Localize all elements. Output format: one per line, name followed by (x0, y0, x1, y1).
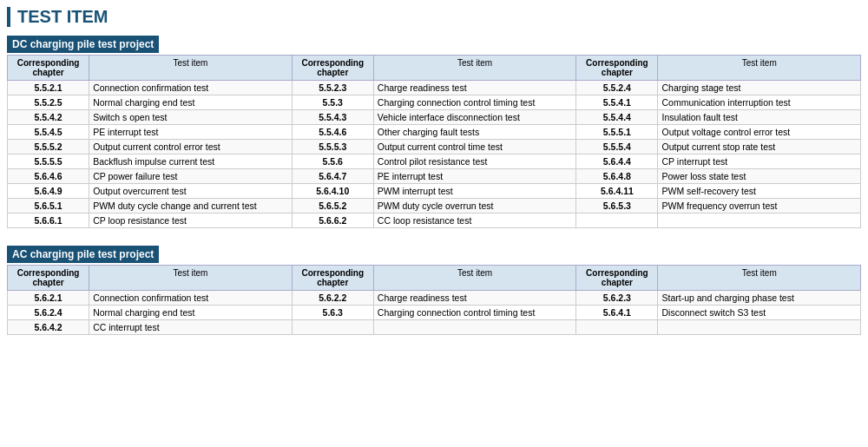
chapter-cell: 5.5.4.4 (576, 110, 658, 125)
table-row: 5.6.4.6CP power failure test5.6.4.7PE in… (8, 169, 861, 184)
chapter-cell (576, 320, 658, 335)
item-cell: PE interrupt test (89, 125, 292, 140)
item-cell: Normal charging end test (89, 95, 292, 110)
chapter-cell: 5.5.6 (292, 154, 373, 169)
item-cell: Control pilot resistance test (373, 154, 575, 169)
table-row: 5.6.2.4Normal charging end test5.6.3Char… (8, 306, 861, 320)
item-cell: Switch s open test (89, 110, 292, 125)
chapter-cell: 5.6.6.1 (8, 214, 89, 228)
table-row: 5.6.2.1Connection confirmation test5.6.2… (8, 291, 861, 306)
chapter-cell: 5.6.4.11 (576, 184, 658, 199)
table-row: 5.5.4.2Switch s open test5.5.4.3Vehicle … (8, 110, 861, 125)
item-cell: Connection confirmation test (89, 81, 292, 95)
item-cell: Backflush impulse current test (89, 154, 292, 169)
item-cell: Charge readiness test (373, 81, 575, 95)
table-row: 5.5.4.5PE interrupt test5.5.4.6Other cha… (8, 125, 861, 140)
item-cell: Start-up and charging phase test (658, 291, 861, 306)
chapter-cell: 5.6.4.2 (8, 320, 89, 335)
chapter-cell: 5.5.5.1 (576, 125, 658, 140)
item-cell: Output voltage control error test (658, 125, 861, 140)
chapter-cell: 5.6.3 (292, 306, 373, 320)
chapter-cell: 5.6.2.1 (8, 291, 89, 306)
item-cell: Output current control error test (89, 140, 292, 154)
item-cell: PE interrupt test (373, 169, 575, 184)
table-row: 5.5.5.2Output current control error test… (8, 140, 861, 154)
chapter-cell: 5.6.4.10 (292, 184, 373, 199)
ac-section-header: AC charging pile test project (7, 246, 159, 263)
chapter-cell: 5.6.4.1 (576, 306, 658, 320)
chapter-cell: 5.5.4.6 (292, 125, 373, 140)
item-cell: Vehicle interface disconnection test (373, 110, 575, 125)
chapter-cell (292, 320, 373, 335)
ac-table: Correspondingchapter Test item Correspon… (7, 265, 861, 335)
chapter-cell: 5.5.4.3 (292, 110, 373, 125)
item-cell: CC interrupt test (89, 320, 292, 335)
item-cell (373, 320, 575, 335)
item-cell: Charge readiness test (373, 291, 575, 306)
dc-header-ch2: Correspondingchapter (292, 56, 373, 81)
table-row: 5.6.4.2CC interrupt test (8, 320, 861, 335)
item-cell: PWM frequency overrun test (658, 199, 861, 214)
item-cell: PWM self-recovery test (658, 184, 861, 199)
item-cell: CP loop resistance test (89, 214, 292, 228)
ac-section: AC charging pile test project Correspond… (7, 246, 861, 335)
item-cell: Power loss state test (658, 169, 861, 184)
dc-header-item2: Test item (373, 56, 575, 81)
dc-header-ch3: Correspondingchapter (576, 56, 658, 81)
chapter-cell: 5.6.5.2 (292, 199, 373, 214)
table-row: 5.5.2.1Connection confirmation test5.5.2… (8, 81, 861, 95)
table-row: 5.6.6.1CP loop resistance test5.6.6.2CC … (8, 214, 861, 228)
item-cell: Charging connection control timing test (373, 306, 575, 320)
chapter-cell: 5.5.3 (292, 95, 373, 110)
item-cell: Output current stop rate test (658, 140, 861, 154)
item-cell: Normal charging end test (89, 306, 292, 320)
item-cell: CC loop resistance test (373, 214, 575, 228)
dc-section: DC charging pile test project Correspond… (7, 36, 861, 228)
chapter-cell: 5.6.4.7 (292, 169, 373, 184)
chapter-cell: 5.5.2.4 (576, 81, 658, 95)
page-title: TEST ITEM (7, 7, 861, 27)
dc-header-item1: Test item (89, 56, 292, 81)
ac-header-item2: Test item (373, 266, 575, 291)
dc-header-ch1: Correspondingchapter (8, 56, 89, 81)
chapter-cell: 5.6.5.3 (576, 199, 658, 214)
item-cell: Charging stage test (658, 81, 861, 95)
chapter-cell: 5.5.2.1 (8, 81, 89, 95)
ac-header-ch1: Correspondingchapter (8, 266, 89, 291)
chapter-cell (576, 214, 658, 228)
table-row: 5.6.4.9Output overcurrent test5.6.4.10PW… (8, 184, 861, 199)
chapter-cell: 5.6.4.8 (576, 169, 658, 184)
item-cell: PWM duty cycle change and current test (89, 199, 292, 214)
item-cell: Output current control time test (373, 140, 575, 154)
chapter-cell: 5.6.4.4 (576, 154, 658, 169)
item-cell: PWM duty cycle overrun test (373, 199, 575, 214)
dc-section-header: DC charging pile test project (7, 36, 159, 53)
chapter-cell: 5.6.4.9 (8, 184, 89, 199)
chapter-cell: 5.5.5.2 (8, 140, 89, 154)
ac-header-ch3: Correspondingchapter (576, 266, 658, 291)
chapter-cell: 5.6.2.2 (292, 291, 373, 306)
chapter-cell: 5.6.5.1 (8, 199, 89, 214)
chapter-cell: 5.5.4.5 (8, 125, 89, 140)
item-cell: Other charging fault tests (373, 125, 575, 140)
chapter-cell: 5.5.5.4 (576, 140, 658, 154)
chapter-cell: 5.5.2.5 (8, 95, 89, 110)
item-cell: CP power failure test (89, 169, 292, 184)
item-cell: CP interrupt test (658, 154, 861, 169)
ac-header-ch2: Correspondingchapter (292, 266, 373, 291)
item-cell: Communication interruption test (658, 95, 861, 110)
ac-header-item3: Test item (658, 266, 861, 291)
chapter-cell: 5.5.5.3 (292, 140, 373, 154)
chapter-cell: 5.6.2.3 (576, 291, 658, 306)
item-cell: Connection confirmation test (89, 291, 292, 306)
item-cell: Insulation fault test (658, 110, 861, 125)
item-cell: Output overcurrent test (89, 184, 292, 199)
dc-header-item3: Test item (658, 56, 861, 81)
chapter-cell: 5.6.2.4 (8, 306, 89, 320)
table-row: 5.5.2.5Normal charging end test5.5.3Char… (8, 95, 861, 110)
item-cell: Charging connection control timing test (373, 95, 575, 110)
dc-table: Correspondingchapter Test item Correspon… (7, 55, 861, 228)
chapter-cell: 5.5.2.3 (292, 81, 373, 95)
chapter-cell: 5.5.5.5 (8, 154, 89, 169)
chapter-cell: 5.5.4.1 (576, 95, 658, 110)
